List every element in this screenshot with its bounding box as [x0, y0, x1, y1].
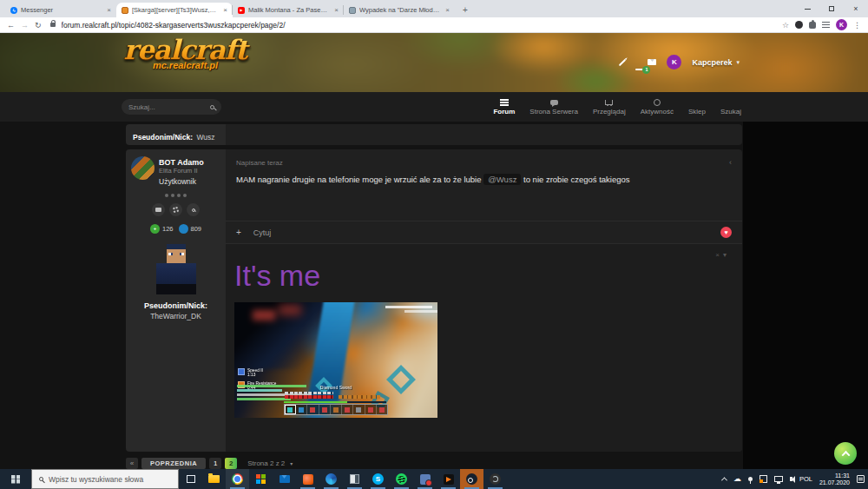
reload-button[interactable]: ↻	[35, 21, 42, 30]
mail-taskbar-button[interactable]	[273, 469, 296, 489]
user-avatar[interactable]: K	[667, 55, 681, 69]
bookmark-star-icon[interactable]: ☆	[782, 21, 789, 30]
scroll-to-top-button[interactable]	[834, 442, 857, 465]
editor-controls[interactable]: ×▾	[715, 251, 730, 259]
reply-editor[interactable]: ×▾ It's me	[226, 243, 742, 452]
extension-icon[interactable]	[795, 21, 803, 29]
settings-button[interactable]	[169, 203, 182, 216]
tab-close-icon[interactable]: ×	[223, 6, 227, 14]
previous-page-button[interactable]: POPRZEDNIA	[141, 458, 206, 469]
reputation-stat[interactable]: + 126	[150, 224, 174, 234]
search-icon[interactable]	[210, 105, 214, 109]
skype-icon: S	[372, 473, 384, 485]
edge-icon	[326, 473, 337, 485]
taskbar-clock[interactable]: 11:31 21.07.2020	[819, 472, 850, 486]
editor-heading-text[interactable]: It's me	[234, 258, 733, 293]
page-viewport: realcraft mc.realcraft.pl 1 K Kapcperek …	[0, 33, 868, 469]
tray-expand-icon[interactable]	[721, 477, 727, 483]
nav-item-szukaj[interactable]: Szukaj	[720, 98, 741, 116]
user-menu-caret-icon[interactable]: ▾	[736, 59, 740, 66]
messages-icon[interactable]	[648, 59, 656, 65]
browser-tab-strip: ϟ Messenger × [Skarga][server][Ts3]Wusz,…	[0, 0, 868, 17]
tab-close-icon[interactable]: ×	[445, 6, 450, 14]
tab-wypadek[interactable]: Wypadek na "Darze Młodzieży". ×	[344, 3, 455, 17]
user-mention[interactable]: @Wusz	[483, 174, 521, 185]
nav-item-sklep[interactable]: Sklep	[688, 98, 706, 116]
quote-button[interactable]: Cytuj	[253, 228, 272, 237]
browser-menu-icon[interactable]: ⋮	[853, 21, 861, 30]
page-select-caret-icon[interactable]: ▾	[290, 460, 293, 466]
author-row: BOT Adamo Elita Forum II Użytkownik	[131, 156, 220, 186]
multiquote-icon[interactable]: +	[236, 228, 241, 237]
mail-badge-taskbar-button[interactable]	[413, 469, 437, 489]
minecraft-screenshot[interactable]: Speed II1:13 Fire Resistance0:44 Diamond…	[234, 302, 437, 418]
nav-item-aktywnosc[interactable]: Aktywność	[641, 98, 674, 116]
geforce-taskbar-button[interactable]	[483, 469, 507, 489]
tab-close-icon[interactable]: ×	[107, 6, 111, 14]
extensions-puzzle-icon[interactable]	[809, 22, 816, 29]
language-indicator[interactable]: POL	[799, 475, 812, 483]
page-indicator[interactable]: Strona 2 z 2	[247, 459, 285, 467]
address-bar[interactable]: forum.realcraft.pl/topic/4082-skargaserv…	[62, 21, 776, 30]
search-input[interactable]	[128, 103, 210, 111]
taskbar-search[interactable]	[31, 469, 179, 489]
forum-search[interactable]	[122, 99, 221, 115]
restore-button[interactable]	[819, 0, 844, 17]
item-tooltip: Diamond Sword	[250, 385, 423, 389]
nav-item-przegladaj[interactable]: Przeglądaj	[593, 98, 626, 116]
photos-taskbar-button[interactable]	[343, 469, 366, 489]
date: 21.07.2020	[819, 479, 850, 486]
activity-icon	[654, 99, 661, 106]
network-icon[interactable]	[774, 476, 783, 482]
browser-profile-avatar[interactable]: K	[836, 19, 847, 30]
file-explorer-button[interactable]	[202, 469, 226, 489]
store-icon	[256, 474, 266, 484]
first-page-button[interactable]: «	[126, 458, 138, 469]
task-view-button[interactable]	[179, 469, 202, 489]
close-button[interactable]: ×	[844, 0, 868, 17]
post-timestamp[interactable]: Napisane teraz	[236, 159, 283, 167]
action-center-icon[interactable]	[857, 475, 865, 483]
chrome-taskbar-button[interactable]	[226, 469, 249, 489]
spotify-taskbar-button[interactable]	[390, 469, 413, 489]
find-content-button[interactable]	[187, 203, 200, 216]
new-tab-button[interactable]: +	[458, 3, 472, 17]
start-button[interactable]	[0, 469, 31, 489]
tab-messenger[interactable]: ϟ Messenger ×	[5, 3, 116, 17]
lock-icon[interactable]	[50, 23, 56, 27]
steam-taskbar-button[interactable]	[460, 469, 483, 489]
office-taskbar-button[interactable]	[296, 469, 319, 489]
store-taskbar-button[interactable]	[249, 469, 273, 489]
member-field-label: Pseudonim/Nick:	[131, 301, 220, 310]
speaker-icon[interactable]	[790, 477, 792, 481]
tray-badge-icon[interactable]	[760, 475, 767, 483]
edge-taskbar-button[interactable]	[319, 469, 343, 489]
tab-youtube[interactable]: ▶ Malik Montana - Za Pasem (prod ×	[233, 3, 344, 17]
forward-button[interactable]: →	[21, 21, 29, 30]
username[interactable]: Kapcperek	[692, 58, 732, 67]
steam-icon	[466, 473, 477, 485]
author-name[interactable]: BOT Adamo	[159, 158, 204, 167]
posts-stat[interactable]: 809	[179, 224, 202, 234]
nav-item-forum[interactable]: Forum	[493, 98, 515, 116]
dark-app-taskbar-button[interactable]	[437, 469, 460, 489]
message-button[interactable]	[152, 203, 165, 216]
back-button[interactable]: ←	[7, 21, 15, 30]
compose-icon[interactable]	[619, 58, 626, 65]
photos-icon	[350, 474, 359, 484]
tab-close-icon[interactable]: ×	[334, 6, 339, 14]
reaction-heart-icon[interactable]: ♥	[720, 227, 732, 238]
extension-list-icon[interactable]	[822, 22, 830, 28]
tab-skarga-active[interactable]: [Skarga][server][Ts3]Wusz,Kapcpe ×	[116, 3, 233, 17]
minimize-button[interactable]	[795, 0, 819, 17]
author-avatar[interactable]	[131, 156, 155, 180]
tray-pin-icon[interactable]	[748, 477, 753, 481]
page-2-button-active[interactable]: 2	[225, 458, 237, 469]
skype-taskbar-button[interactable]: S	[366, 469, 390, 489]
taskbar-search-input[interactable]	[49, 475, 171, 484]
site-logo[interactable]: realcraft mc.realcraft.pl	[109, 35, 261, 70]
page-1-button[interactable]: 1	[209, 458, 221, 469]
share-icon[interactable]: ‹	[729, 158, 732, 167]
nav-item-strona-serwera[interactable]: Strona Serwera	[529, 98, 578, 116]
onedrive-cloud-icon[interactable]: ☁	[733, 475, 741, 483]
